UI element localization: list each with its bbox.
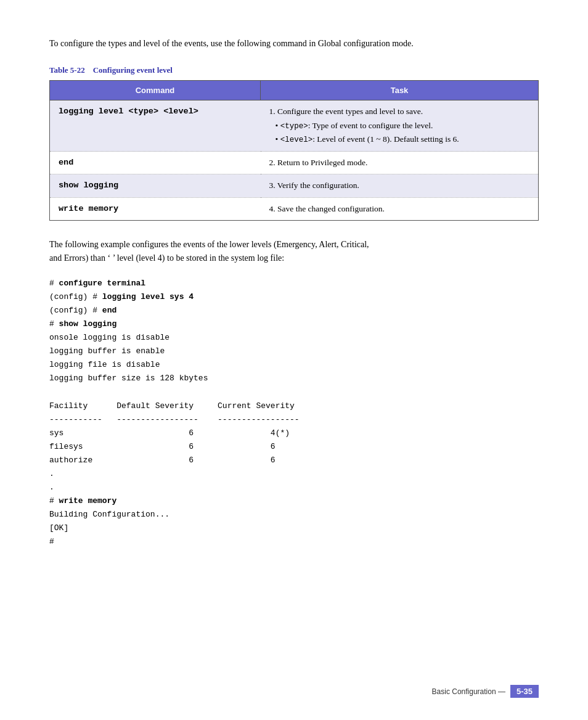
code-line-3: (config) # end bbox=[49, 306, 116, 315]
code-line-sys: sys 6 4(*) bbox=[49, 428, 290, 438]
code-line-ok: [OK] bbox=[49, 523, 68, 533]
task-cell-end: 2. Return to Privileged mode. bbox=[261, 152, 539, 174]
code-line-6: logging buffer is enable bbox=[49, 346, 165, 356]
code-line-facility-header: Facility Default Severity Current Severi… bbox=[49, 401, 295, 411]
cmd-cell-show: show logging bbox=[50, 174, 261, 197]
table-caption: Table 5-22 Configuring event level bbox=[49, 65, 539, 75]
task-cell-write: 4. Save the changed configuration. bbox=[261, 197, 539, 220]
page-number: 5-35 bbox=[510, 685, 539, 698]
footer-label: Basic Configuration — bbox=[432, 687, 505, 696]
col-header-command: Command bbox=[50, 81, 261, 100]
code-line-1: # configure terminal bbox=[49, 279, 145, 288]
following-line2: and Errors) than ‘ ’ level (level 4) to … bbox=[49, 253, 284, 263]
code-line-authorize: authorize 6 6 bbox=[49, 456, 276, 465]
code-line-8: logging buffer size is 128 kbytes bbox=[49, 374, 208, 383]
cmd-cell-write: write memory bbox=[50, 197, 261, 220]
following-line1: The following example configures the eve… bbox=[49, 240, 369, 249]
table-title: Configuring event level bbox=[93, 65, 173, 75]
code-line-7: logging file is disable bbox=[49, 360, 160, 369]
code-line-separator: ----------- ----------------- ----------… bbox=[49, 415, 300, 424]
code-line-2: (config) # logging level sys 4 bbox=[49, 292, 194, 301]
code-block: # configure terminal (config) # logging … bbox=[49, 277, 539, 549]
task-intro: 1. Configure the event types and level t… bbox=[269, 107, 423, 116]
cmd-cell-logging: logging level <type> <level> bbox=[50, 100, 261, 152]
page: To configure the types and level of the … bbox=[0, 0, 588, 720]
cmd-cell-end: end bbox=[50, 152, 261, 174]
bullet-level: <level>: Level of event (1 ~ 8). Default… bbox=[276, 133, 529, 146]
code-line-5: onsole logging is disable bbox=[49, 333, 169, 342]
code-line-dot1: . bbox=[49, 469, 54, 478]
page-footer: Basic Configuration — 5-35 bbox=[432, 685, 539, 698]
table-row: end 2. Return to Privileged mode. bbox=[50, 152, 539, 174]
bullet-type: <type>: Type of event to configure the l… bbox=[276, 120, 529, 133]
following-paragraph: The following example configures the eve… bbox=[49, 238, 539, 266]
code-line-hash: # bbox=[49, 537, 54, 546]
table-row: write memory 4. Save the changed configu… bbox=[50, 197, 539, 220]
table-row: logging level <type> <level> 1. Configur… bbox=[50, 100, 539, 152]
table-row: show logging 3. Verify the configuration… bbox=[50, 174, 539, 197]
task-bullets: <type>: Type of event to configure the l… bbox=[269, 120, 529, 147]
table-number: Table 5-22 bbox=[49, 65, 85, 75]
task-cell-logging: 1. Configure the event types and level t… bbox=[261, 100, 539, 152]
code-line-write: # write memory bbox=[49, 496, 116, 505]
code-line-4: # show logging bbox=[49, 319, 116, 329]
code-line-filesys: filesys 6 6 bbox=[49, 442, 276, 451]
code-line-dot2: . bbox=[49, 483, 54, 492]
col-header-task: Task bbox=[261, 81, 539, 100]
task-cell-show: 3. Verify the configuration. bbox=[261, 174, 539, 197]
code-line-building: Building Configuration... bbox=[49, 510, 169, 519]
intro-paragraph: To configure the types and level of the … bbox=[49, 37, 539, 51]
config-table: Command Task logging level <type> <level… bbox=[49, 80, 539, 221]
